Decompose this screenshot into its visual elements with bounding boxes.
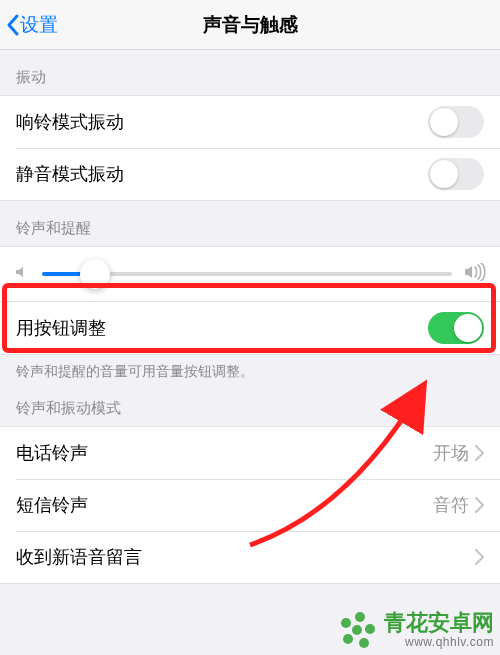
group-pattern: 电话铃声 开场 短信铃声 音符 收到新语音留言	[0, 426, 500, 584]
row-volume-slider[interactable]	[0, 246, 500, 302]
slider-thumb[interactable]	[80, 259, 110, 289]
svg-point-4	[343, 634, 353, 644]
row-value: 音符	[433, 493, 469, 517]
watermark-brand: 青花安卓网	[384, 611, 494, 635]
toggle-ring-vibrate[interactable]	[428, 106, 484, 138]
svg-point-5	[352, 625, 362, 635]
row-silent-vibrate[interactable]: 静音模式振动	[0, 148, 500, 200]
svg-point-1	[355, 612, 365, 622]
chevron-left-icon	[6, 14, 20, 36]
row-label: 响铃模式振动	[16, 110, 428, 134]
page-title: 声音与触感	[0, 12, 500, 38]
watermark-url: www.qhhlv.com	[384, 636, 494, 649]
chevron-right-icon	[475, 549, 484, 565]
row-label: 短信铃声	[16, 493, 433, 517]
row-label: 静音模式振动	[16, 162, 428, 186]
row-ring-vibrate[interactable]: 响铃模式振动	[0, 96, 500, 148]
watermark: 青花安卓网 www.qhhlv.com	[336, 609, 494, 651]
row-label: 电话铃声	[16, 441, 433, 465]
group-vibrate: 响铃模式振动 静音模式振动	[0, 95, 500, 201]
back-label: 设置	[20, 12, 58, 38]
svg-point-2	[365, 624, 375, 634]
row-value: 开场	[433, 441, 469, 465]
section-header-vibrate: 振动	[0, 50, 500, 95]
navbar: 设置 声音与触感	[0, 0, 500, 50]
row-ringtone[interactable]: 电话铃声 开场	[0, 427, 500, 479]
row-button-adjust[interactable]: 用按钮调整	[0, 302, 500, 354]
speaker-low-icon	[14, 264, 30, 284]
row-sms-tone[interactable]: 短信铃声 音符	[0, 479, 500, 531]
row-voicemail[interactable]: 收到新语音留言	[0, 531, 500, 583]
volume-slider[interactable]	[42, 272, 452, 276]
toggle-silent-vibrate[interactable]	[428, 158, 484, 190]
chevron-right-icon	[475, 445, 484, 461]
svg-point-3	[359, 638, 369, 648]
section-header-pattern: 铃声和振动模式	[0, 385, 500, 426]
row-label: 用按钮调整	[16, 316, 428, 340]
section-header-rings: 铃声和提醒	[0, 201, 500, 246]
toggle-button-adjust[interactable]	[428, 312, 484, 344]
svg-point-0	[341, 618, 351, 628]
watermark-logo-icon	[336, 609, 378, 651]
group-button-adjust: 用按钮调整	[0, 302, 500, 355]
back-button[interactable]: 设置	[0, 12, 58, 38]
section-footer-rings: 铃声和提醒的音量可用音量按钮调整。	[0, 355, 500, 385]
chevron-right-icon	[475, 497, 484, 513]
speaker-high-icon	[464, 263, 486, 285]
row-label: 收到新语音留言	[16, 545, 475, 569]
